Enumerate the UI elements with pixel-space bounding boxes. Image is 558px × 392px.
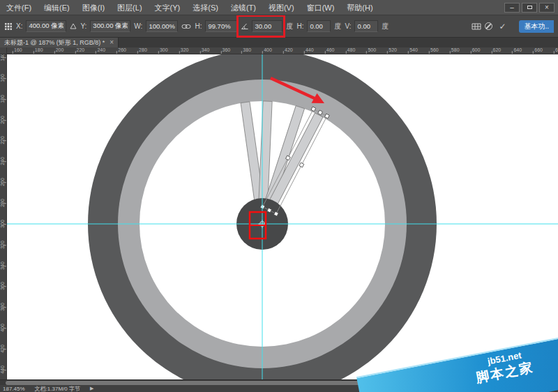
menu-item[interactable]: 编辑(E): [38, 0, 76, 15]
rotation-angle-group: [241, 20, 282, 32]
ruler-label: 540: [409, 47, 418, 52]
h-skew-unit-label: 度: [334, 22, 341, 31]
menu-item[interactable]: 帮助(H): [340, 0, 379, 15]
ruler-label: 220: [0, 134, 7, 146]
ruler-label: 320: [0, 239, 7, 251]
width-label: W:: [134, 22, 142, 30]
ruler-label: 260: [0, 176, 7, 188]
window-controls: – ×: [504, 3, 558, 13]
x-label: X:: [16, 22, 22, 30]
close-icon[interactable]: ×: [539, 3, 555, 13]
h-skew-input[interactable]: [307, 20, 331, 32]
restore-icon[interactable]: [522, 3, 537, 13]
link-dimensions-icon[interactable]: [181, 23, 191, 30]
rotation-angle-input[interactable]: [252, 20, 282, 32]
ruler-label: 260: [118, 47, 126, 52]
ruler-label: 440: [306, 47, 314, 52]
ruler-label: 500: [368, 47, 376, 52]
ruler-label: 460: [326, 47, 335, 52]
status-menu-arrow-icon[interactable]: ▶: [90, 386, 93, 391]
ruler-label: 140: [0, 54, 7, 63]
relative-position-icon[interactable]: [70, 23, 77, 29]
menu-item[interactable]: 图像(I): [76, 0, 111, 15]
document-area: 1401601802002202402602803003203403603804…: [0, 54, 558, 379]
menu-bar: 文件(F)编辑(E)图像(I)图层(L)文字(Y)选择(S)滤镜(T)视图(V)…: [0, 0, 558, 15]
workspace-switcher[interactable]: 基本功..: [519, 20, 554, 33]
document-canvas[interactable]: [7, 54, 558, 379]
document-info: 文档:1.37M/0 字节: [35, 385, 80, 392]
ruler-label: 180: [35, 47, 43, 52]
document-tab-title: 未标题-1 @ 187% (矩形 1, RGB/8) *: [4, 38, 105, 47]
ruler-label: 200: [56, 47, 64, 52]
ruler-label: 440: [0, 363, 7, 376]
menu-item[interactable]: 选择(S): [186, 0, 225, 15]
ruler-label: 300: [0, 218, 7, 230]
rotation-angle-icon: [241, 22, 249, 30]
menu-item[interactable]: 文字(Y): [149, 0, 187, 15]
ruler-label: 200: [0, 114, 7, 126]
ruler-label: 400: [264, 47, 272, 52]
menu-item[interactable]: 图层(L): [111, 0, 148, 15]
ruler-label: 560: [430, 47, 439, 52]
height-input[interactable]: [205, 20, 237, 32]
ruler-label: 620: [493, 47, 502, 52]
ruler-label: 320: [181, 47, 189, 52]
vertical-ruler[interactable]: 1401601802002202402602803003203403603804…: [0, 54, 7, 379]
ruler-label: 160: [0, 72, 7, 84]
ruler-label: 640: [513, 47, 522, 52]
ruler-label: 180: [0, 93, 7, 105]
width-input[interactable]: [146, 20, 178, 32]
document-tab[interactable]: 未标题-1 @ 187% (矩形 1, RGB/8) * ×: [0, 38, 119, 47]
ruler-label: 420: [285, 47, 293, 52]
tab-close-icon[interactable]: ×: [110, 38, 114, 47]
ruler-label: 400: [0, 322, 7, 334]
ruler-label: 660: [534, 47, 543, 52]
ruler-label: 600: [472, 47, 481, 52]
commit-transform-icon[interactable]: ✓: [496, 22, 508, 31]
menu-item[interactable]: 窗口(W): [301, 0, 341, 15]
scrollbar-thumb[interactable]: [6, 381, 409, 385]
ruler-label: 380: [0, 301, 7, 313]
horizontal-ruler-row: 1601802002202402602803003203403603804004…: [0, 47, 558, 54]
h-skew-label: H:: [296, 22, 303, 30]
y-input[interactable]: [90, 20, 130, 32]
ruler-label: 240: [97, 47, 105, 52]
ruler-label: 340: [202, 47, 210, 52]
transform-options-bar: X: Y: W: H: 度 H: 度 V: 度 ✓ 基本功..: [0, 15, 558, 38]
ruler-label: 300: [160, 47, 168, 52]
menu-item[interactable]: 滤镜(T): [225, 0, 262, 15]
ruler-label: 360: [0, 280, 7, 292]
angle-unit-label: 度: [286, 22, 293, 31]
menu-item[interactable]: 视图(V): [262, 0, 301, 15]
x-input[interactable]: [26, 20, 66, 32]
document-tab-bar: 未标题-1 @ 187% (矩形 1, RGB/8) * ×: [0, 38, 558, 47]
horizontal-ruler[interactable]: 1601802002202402602803003203403603804004…: [7, 47, 558, 54]
zoom-level[interactable]: 187.45%: [3, 386, 25, 392]
minimize-icon[interactable]: –: [504, 3, 520, 13]
v-skew-input[interactable]: [354, 20, 378, 32]
cancel-transform-icon[interactable]: [485, 22, 492, 30]
menu-item[interactable]: 文件(F): [0, 0, 38, 15]
ruler-label: 220: [77, 47, 85, 52]
ruler-label: 380: [243, 47, 251, 52]
reference-point-locator-icon[interactable]: [4, 22, 13, 31]
menu-items: 文件(F)编辑(E)图像(I)图层(L)文字(Y)选择(S)滤镜(T)视图(V)…: [0, 0, 379, 15]
ruler-label: 680: [555, 47, 558, 52]
ruler-label: 280: [0, 197, 7, 209]
warp-mode-icon[interactable]: [472, 23, 481, 30]
ruler-corner: [0, 47, 7, 54]
ruler-label: 360: [223, 47, 231, 52]
v-skew-unit-label: 度: [382, 22, 389, 31]
ruler-label: 280: [139, 47, 147, 52]
ruler-label: 160: [14, 47, 22, 52]
v-skew-label: V:: [345, 22, 351, 30]
document-artwork[interactable]: [7, 54, 558, 379]
ruler-label: 420: [0, 342, 7, 355]
ruler-label: 480: [347, 47, 356, 52]
ruler-label: 240: [0, 155, 7, 167]
y-label: Y:: [80, 22, 86, 30]
height-label: H:: [195, 22, 202, 30]
ruler-label: 580: [451, 47, 460, 52]
ruler-label: 340: [0, 259, 7, 272]
ruler-label: 520: [389, 47, 397, 52]
